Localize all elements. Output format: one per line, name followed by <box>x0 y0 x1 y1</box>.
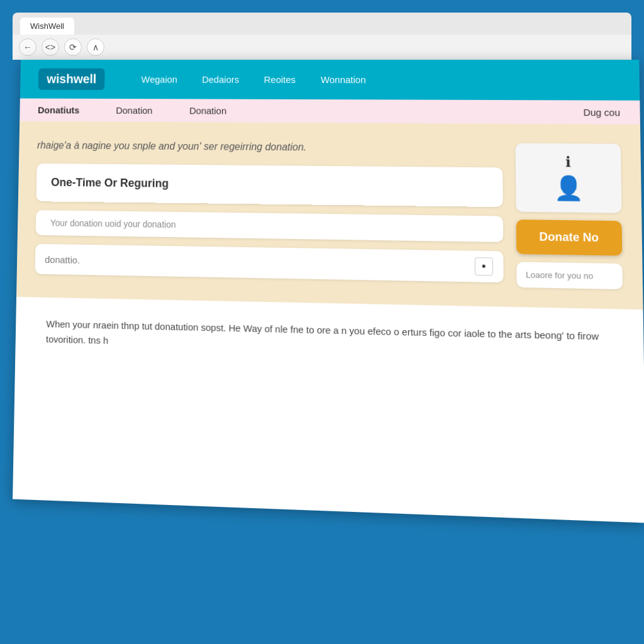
donate-now-button[interactable]: Donate No <box>516 219 623 256</box>
back-button[interactable]: ← <box>19 38 36 56</box>
bottom-text-area: When your nraein thnp tut donatution sop… <box>27 297 631 381</box>
nav-button[interactable]: ∧ <box>87 38 104 56</box>
browser-chrome: WishWell <box>13 13 631 35</box>
donation-type-box[interactable]: One-Time Or Reguring <box>36 164 503 207</box>
donation-info-box: Your donation uoid your donation <box>36 210 504 242</box>
logo[interactable]: wishwell <box>38 69 105 90</box>
nav-links: Wegaion Dedaiors Reoites Wonnation <box>142 74 366 86</box>
code-icon: <> <box>45 42 55 52</box>
intro-text: rhaige'a à nagine you snple and youn' se… <box>37 140 502 154</box>
left-section: rhaige'a à nagine you snple and youn' se… <box>35 140 503 287</box>
refresh-icon: ⟳ <box>69 42 77 52</box>
footer-text: When your nraein thnp tut donatution sop… <box>46 316 611 360</box>
nav-link-dedaiors[interactable]: Dedaiors <box>202 74 239 85</box>
donation-dot-btn[interactable]: • <box>475 257 493 276</box>
info-icon: ℹ <box>565 154 571 171</box>
refresh-button[interactable]: ⟳ <box>64 38 82 56</box>
info-avatar-box: ℹ 👤 <box>516 143 622 213</box>
code-button[interactable]: <> <box>42 38 59 56</box>
nav-link-wegaion[interactable]: Wegaion <box>142 74 178 85</box>
website-container: wishwell Wegaion Dedaiors Reoites Wonnat… <box>13 60 644 523</box>
nav-link-wonnation[interactable]: Wonnation <box>321 74 366 85</box>
subnav: Donatiuts Donation Donation Dug cou <box>19 99 640 125</box>
nav-link-reoites[interactable]: Reoites <box>264 74 296 85</box>
subnav-item-donation2[interactable]: Donation <box>189 105 226 116</box>
subnav-item-donatiuts[interactable]: Donatiuts <box>38 104 80 115</box>
back-icon: ← <box>23 42 32 52</box>
nav-icon: ∧ <box>92 42 99 52</box>
donation-input[interactable] <box>45 253 468 272</box>
avatar-icon: 👤 <box>553 174 584 202</box>
loading-box: Loaore for you no <box>516 262 623 289</box>
subnav-item-donation1[interactable]: Donation <box>116 105 152 116</box>
browser-tab[interactable]: WishWell <box>20 18 74 35</box>
main-content: rhaige'a à nagine you snple and youn' se… <box>16 121 643 310</box>
navbar: wishwell Wegaion Dedaiors Reoites Wonnat… <box>20 60 640 101</box>
right-section: ℹ 👤 Donate No Loaore for you no <box>516 143 623 289</box>
tab-title: WishWell <box>30 21 64 31</box>
subnav-right-text: Dug cou <box>583 107 620 118</box>
donation-input-row: • <box>35 244 504 283</box>
